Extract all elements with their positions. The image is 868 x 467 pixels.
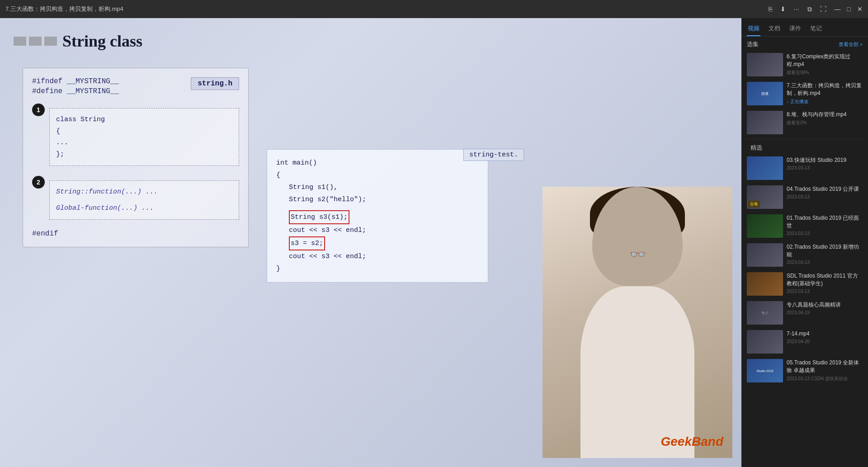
- video-meta-1: 观看至99%: [787, 70, 863, 76]
- highlight-s3: String s3(s1);: [289, 210, 349, 224]
- download-icon[interactable]: ⬇: [780, 5, 786, 13]
- endif-line: #endif: [32, 230, 239, 238]
- instructor-overlay: 👓 GeekBand: [542, 187, 732, 458]
- code-line-close-brace: }: [276, 263, 479, 275]
- class-string-code: class String { ... };: [56, 114, 232, 160]
- curated-title-1: 03.快速玩转 Studio 2019: [787, 156, 863, 164]
- curated-meta-2: 2023-03-13: [787, 194, 863, 199]
- video-meta-2: ↓ 正在播放: [787, 99, 863, 105]
- view-all-button[interactable]: 查看全部 >: [839, 41, 863, 48]
- video-area[interactable]: String class string.h #ifndef __MYSTRING…: [0, 18, 741, 467]
- code-line-s3eq-highlighted: s3 = s2;: [276, 236, 479, 250]
- highlight-s3eq: s3 = s2;: [289, 236, 325, 250]
- curated-item-3[interactable]: 01.Trados Studio 2019 已经面世 2023-03-13: [745, 212, 864, 241]
- title-bar-right: ⎘ ⬇ ··· ⧉ ⛶ — □ ✕: [769, 5, 863, 13]
- curated-item-5[interactable]: SDL Trados Studio 2011 官方教程(基础学生) 2023-0…: [745, 269, 864, 298]
- curated-item-8[interactable]: Studio 2019 05.Trados Studio 2019 全新体验 卓…: [745, 356, 864, 385]
- video-thumb-3: [747, 111, 783, 134]
- more-icon[interactable]: ···: [794, 5, 799, 13]
- video-title-2: 7.三大函数：拷贝构造，拷贝复制，析构.mp4: [787, 82, 863, 97]
- global-function: Global-function(...) ...: [56, 203, 232, 214]
- curated-title-7: 7-14.mp4: [787, 330, 863, 338]
- video-item-2[interactable]: 授课 7.三大函数：拷贝构造，拷贝复制，析构.mp4 ↓ 正在播放: [745, 79, 864, 108]
- video-item-1[interactable]: 6.复习Complex类的实现过程.mp4 观看至99%: [745, 50, 864, 79]
- curated-item-2[interactable]: 合集 04.Trados Studio 2019 公开课 2023-03-13: [745, 183, 864, 212]
- curated-item-6[interactable]: 专八 专八真题核心高频精讲 2023-04-19: [745, 298, 864, 327]
- code-line-main1: int main(): [276, 157, 479, 169]
- slide-title: String class: [62, 32, 142, 51]
- curated-title-4: 02.Trados Studio 2019 新增功能: [787, 243, 863, 259]
- curated-title-2: 04.Trados Studio 2019 公开课: [787, 185, 863, 193]
- video-info-1: 6.复习Complex类的实现过程.mp4 观看至99%: [787, 53, 863, 76]
- curated-meta-4: 2023-03-13: [787, 260, 863, 265]
- divider-1: [745, 139, 864, 139]
- curated-section-label: 精选: [745, 141, 864, 154]
- slide-squares: [14, 37, 57, 46]
- string-h-badge: string.h: [191, 77, 239, 90]
- curated-title-8: 05.Trados Studio 2019 全新体验 卓越成果: [787, 359, 863, 374]
- tab-docs[interactable]: 文档: [768, 22, 781, 36]
- curated-item-1[interactable]: 03.快速玩转 Studio 2019 2023-03-13: [745, 154, 864, 183]
- video-title-3: 8.堆、栈与内存管理.mp4: [787, 111, 863, 118]
- curated-thumb-6: 专八: [747, 301, 783, 325]
- curated-meta-7: 2023-04-20: [787, 339, 863, 344]
- fullscreen-icon[interactable]: ⛶: [820, 5, 826, 13]
- curated-thumb-3: [747, 214, 783, 238]
- code-line-cout2: cout << s3 << endl;: [276, 250, 479, 263]
- section2-box: String::function(...) ... Global-functio…: [49, 180, 239, 220]
- curated-info-8: 05.Trados Studio 2019 全新体验 卓越成果 2023-03-…: [787, 359, 863, 382]
- section1-box: class String { ... };: [49, 108, 239, 166]
- title-bar-left: 7.三大函数：拷贝构造，拷贝复制，析构.mp4: [5, 5, 123, 13]
- curated-title-3: 01.Trados Studio 2019 已经面世: [787, 214, 863, 230]
- curated-item-4[interactable]: 02.Trados Studio 2019 新增功能 2023-03-13: [745, 241, 864, 269]
- tab-courseware[interactable]: 课件: [788, 22, 802, 36]
- selected-section-header: 选集 查看全部 >: [741, 37, 868, 50]
- video-item-3[interactable]: 8.堆、栈与内存管理.mp4 观看至0%: [745, 108, 864, 137]
- curated-meta-5: 2023-03-13: [787, 289, 863, 294]
- body-shape: [580, 286, 694, 458]
- right-code-title: string-test.: [463, 149, 524, 161]
- curated-item-7[interactable]: 7-14.mp4 2023-04-20: [745, 327, 864, 356]
- curated-thumb-4: [747, 243, 783, 267]
- video-list[interactable]: 6.复习Complex类的实现过程.mp4 观看至99% 授课 7.三大函数：拷…: [741, 50, 868, 467]
- title-bar: 7.三大函数：拷贝构造，拷贝复制，析构.mp4 ⎘ ⬇ ··· ⧉ ⛶ — □ …: [0, 0, 868, 18]
- section2-row: 2 String::function(...) ... Global-funct…: [32, 175, 239, 225]
- section2-badge: 2: [32, 176, 45, 189]
- slide-content: String class string.h #ifndef __MYSTRING…: [14, 32, 732, 458]
- curated-info-2: 04.Trados Studio 2019 公开课 2023-03-13: [787, 185, 863, 209]
- section1-badge: 1: [32, 104, 45, 116]
- video-info-3: 8.堆、栈与内存管理.mp4 观看至0%: [787, 111, 863, 134]
- curated-thumb-8: Studio 2019: [747, 359, 783, 382]
- code-line-main2: {: [276, 169, 479, 181]
- window-controls: — □ ✕: [835, 5, 863, 13]
- selected-section-label: 选集: [747, 40, 759, 48]
- curated-info-7: 7-14.mp4 2023-04-20: [787, 330, 863, 354]
- slide-title-area: String class: [14, 32, 732, 51]
- curated-meta-1: 2023-03-13: [787, 165, 863, 170]
- curated-info-4: 02.Trados Studio 2019 新增功能 2023-03-13: [787, 243, 863, 267]
- video-thumb-1: [747, 53, 783, 76]
- string-function: String::function(...) ...: [56, 186, 232, 198]
- curated-info-5: SDL Trados Studio 2011 官方教程(基础学生) 2023-0…: [787, 272, 863, 296]
- square-1: [14, 37, 26, 46]
- sidebar: 视频 文档 课件 笔记 选集 查看全部 > 6.复习Complex类的实现过程.…: [741, 18, 868, 467]
- close-button[interactable]: ✕: [857, 5, 863, 13]
- right-code-box: string-test. int main() { String s1(), S…: [267, 149, 488, 283]
- maximize-button[interactable]: □: [847, 5, 851, 13]
- minimize-button[interactable]: —: [835, 5, 841, 13]
- main-content: String class string.h #ifndef __MYSTRING…: [0, 18, 868, 467]
- code-line-s2: String s2("hello");: [276, 193, 479, 206]
- tab-videos[interactable]: 视频: [747, 22, 760, 36]
- tab-notes[interactable]: 笔记: [809, 22, 823, 36]
- curated-thumb-2: 合集: [747, 185, 783, 209]
- curated-thumb-5: [747, 272, 783, 296]
- instructor-image: 👓 GeekBand: [542, 187, 732, 458]
- code-line-s1: String s1(),: [276, 181, 479, 193]
- curated-info-1: 03.快速玩转 Studio 2019 2023-03-13: [787, 156, 863, 180]
- curated-thumb-1: [747, 156, 783, 180]
- share-icon[interactable]: ⎘: [769, 5, 772, 13]
- code-line-class: class String: [56, 114, 232, 126]
- code-line-dots: ...: [56, 137, 232, 149]
- curated-title-5: SDL Trados Studio 2011 官方教程(基础学生): [787, 272, 863, 288]
- pip-icon[interactable]: ⧉: [807, 5, 812, 13]
